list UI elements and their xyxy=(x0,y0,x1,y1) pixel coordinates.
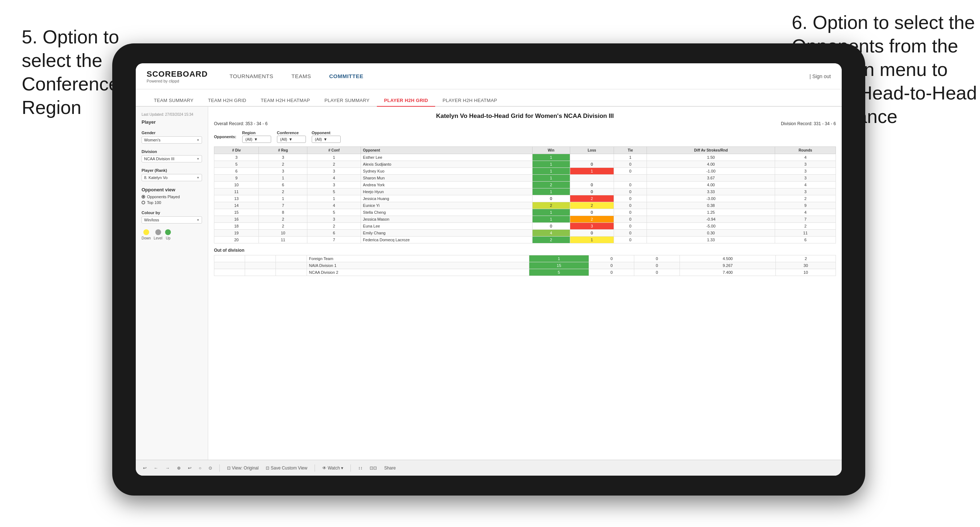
cell-reg: 2 xyxy=(259,223,307,230)
table-row: 10 6 3 Andrea York 2 0 0 4.00 4 xyxy=(214,182,836,189)
tablet-screen: SCOREBOARD Powered by clippd TOURNAMENTS… xyxy=(136,63,842,476)
cell-out-reg xyxy=(245,269,276,276)
cell-win: 4 xyxy=(532,230,570,237)
toolbar-sort[interactable]: ↕↕ xyxy=(358,465,363,471)
cell-loss: 2 xyxy=(570,202,614,209)
cell-loss xyxy=(570,175,614,182)
filter-opponent-group: Opponent (All) ▼ xyxy=(312,130,340,143)
nav-committee[interactable]: COMMITTEE xyxy=(329,71,363,81)
chevron-down-icon-3: ▼ xyxy=(197,176,199,179)
report-title: Katelyn Vo Head-to-Head Grid for Women's… xyxy=(214,113,836,120)
toolbar-clock[interactable]: ⊙ xyxy=(208,465,212,471)
sidebar-colour-by-section: Colour by Win/loss ▼ xyxy=(142,211,202,224)
sub-nav-player-h2h-grid[interactable]: PLAYER H2H GRID xyxy=(377,95,436,107)
sidebar-division-control[interactable]: NCAA Division III ▼ xyxy=(142,155,202,162)
table-row: 13 1 1 Jessica Huang 0 2 0 -3.00 2 xyxy=(214,195,836,202)
cell-div: 16 xyxy=(214,216,259,223)
cell-out-loss: 0 xyxy=(589,256,634,262)
app-header: SCOREBOARD Powered by clippd TOURNAMENTS… xyxy=(136,63,842,89)
cell-tie: 0 xyxy=(614,202,647,209)
radio-top100[interactable]: Top 100 xyxy=(142,200,202,205)
legend-dot-up xyxy=(165,229,171,235)
toolbar-grid[interactable]: ⊡⊡ xyxy=(370,465,377,471)
cell-div: 20 xyxy=(214,237,259,243)
toolbar-forward[interactable]: → xyxy=(165,465,170,471)
sidebar-colour-by-control[interactable]: Win/loss ▼ xyxy=(142,216,202,224)
sign-out-link[interactable]: | Sign out xyxy=(810,73,831,79)
col-header-reg: # Reg xyxy=(259,147,307,154)
cell-tie: 0 xyxy=(614,209,647,216)
nav-tournaments[interactable]: TOURNAMENTS xyxy=(229,71,273,81)
toolbar-share[interactable]: Share xyxy=(384,465,396,471)
cell-win: 1 xyxy=(532,168,570,175)
cell-out-diff: 4.500 xyxy=(679,256,776,262)
cell-tie xyxy=(614,175,647,182)
table-row: 19 10 6 Emily Chang 4 0 0 0.30 11 xyxy=(214,230,836,237)
filter-region-select[interactable]: (All) ▼ xyxy=(242,136,271,143)
toolbar-add[interactable]: ⊕ xyxy=(177,465,181,471)
cell-reg: 3 xyxy=(259,154,307,161)
sub-nav-team-h2h-grid[interactable]: TEAM H2H GRID xyxy=(201,95,254,107)
sub-nav-player-summary[interactable]: PLAYER SUMMARY xyxy=(317,95,377,107)
sub-nav-team-h2h-heatmap[interactable]: TEAM H2H HEATMAP xyxy=(253,95,317,107)
legend-level: Level xyxy=(154,229,162,240)
filter-conference-select[interactable]: (All) ▼ xyxy=(277,136,306,143)
chevron-down-icon-4: ▼ xyxy=(197,219,199,222)
nav-teams[interactable]: TEAMS xyxy=(291,71,311,81)
cell-out-diff: 9.267 xyxy=(679,262,776,269)
main-data-table: # Div # Reg # Conf Opponent Win Loss Tie… xyxy=(214,146,836,243)
cell-opponent: Euna Lee xyxy=(361,223,532,230)
cell-loss: 2 xyxy=(570,195,614,202)
radio-opponents-played[interactable]: Opponents Played xyxy=(142,195,202,199)
toolbar-back[interactable]: ← xyxy=(154,465,158,471)
toolbar-undo[interactable]: ↩ xyxy=(143,465,146,471)
filter-opponent-select[interactable]: (All) ▼ xyxy=(312,136,340,143)
cell-conf: 7 xyxy=(307,237,361,243)
cell-rounds: 2 xyxy=(775,195,836,202)
sub-nav-team-summary[interactable]: TEAM SUMMARY xyxy=(146,95,201,107)
toolbar-sep-2 xyxy=(315,464,315,471)
cell-div: 19 xyxy=(214,230,259,237)
cell-loss: 1 xyxy=(570,168,614,175)
cell-out-loss: 0 xyxy=(589,262,634,269)
cell-tie: 0 xyxy=(614,223,647,230)
cell-out-opponent: NAIA Division 1 xyxy=(307,262,529,269)
chevron-down-opponent: ▼ xyxy=(323,137,327,141)
last-updated: Last Updated: 27/03/2024 15:34 xyxy=(142,113,202,116)
sub-nav: TEAM SUMMARY TEAM H2H GRID TEAM H2H HEAT… xyxy=(136,89,842,107)
tablet-frame: SCOREBOARD Powered by clippd TOURNAMENTS… xyxy=(112,43,865,495)
cell-rounds: 6 xyxy=(775,237,836,243)
cell-rounds: 4 xyxy=(775,154,836,161)
cell-out-loss: 0 xyxy=(589,269,634,276)
sub-nav-player-h2h-heatmap[interactable]: PLAYER H2H HEATMAP xyxy=(435,95,504,107)
sidebar-player-rank-control[interactable]: 8. Katelyn Vo ▼ xyxy=(142,174,202,181)
cell-conf: 4 xyxy=(307,175,361,182)
out-table-row: NCAA Division 2 5 0 0 7.400 10 xyxy=(214,269,836,276)
cell-div: 14 xyxy=(214,202,259,209)
chevron-down-region: ▼ xyxy=(254,137,258,141)
out-table-row: NAIA Division 1 15 0 0 9.267 30 xyxy=(214,262,836,269)
cell-rounds: 7 xyxy=(775,216,836,223)
cell-out-rounds: 2 xyxy=(776,256,836,262)
cell-out-conf xyxy=(276,256,307,262)
sidebar-colour-by-label: Colour by xyxy=(142,211,202,215)
cell-rounds: 3 xyxy=(775,161,836,168)
toolbar-view-original[interactable]: ⊡ View: Original xyxy=(227,465,258,471)
cell-diff: -3.00 xyxy=(647,195,775,202)
cell-opponent: Eunice Yi xyxy=(361,202,532,209)
table-row: 11 2 5 Heejo Hyun 1 0 0 3.33 3 xyxy=(214,189,836,195)
sidebar-gender-control[interactable]: Women's ▼ xyxy=(142,137,202,144)
toolbar-save-custom[interactable]: ⊡ Save Custom View xyxy=(266,465,307,471)
cell-div: 9 xyxy=(214,175,259,182)
cell-opponent: Andrea York xyxy=(361,182,532,189)
toolbar-circle[interactable]: ○ xyxy=(199,465,201,471)
table-row: 5 2 2 Alexis Sudjianto 1 0 0 4.00 3 xyxy=(214,161,836,168)
toolbar-undo2[interactable]: ↩ xyxy=(188,465,191,471)
cell-tie: 0 xyxy=(614,161,647,168)
cell-out-rounds: 10 xyxy=(776,269,836,276)
cell-diff: 4.00 xyxy=(647,182,775,189)
toolbar-sep-1 xyxy=(220,464,220,471)
toolbar-watch[interactable]: 👁 Watch ▾ xyxy=(322,465,343,471)
cell-loss: 0 xyxy=(570,230,614,237)
chevron-down-icon-2: ▼ xyxy=(197,157,199,160)
